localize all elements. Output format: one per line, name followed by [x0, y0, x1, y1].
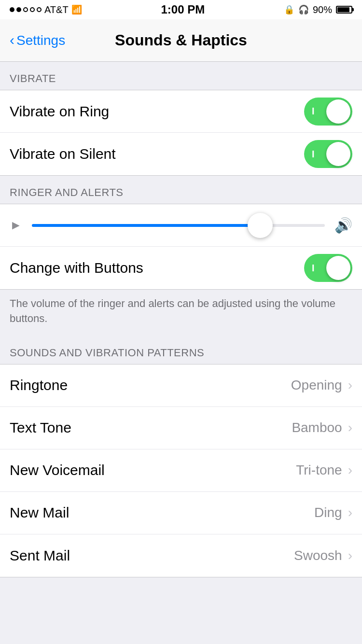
- toggle-knob-2: [326, 142, 350, 166]
- vibrate-on-silent-label: Vibrate on Silent: [10, 146, 116, 162]
- signal-dot-2: [16, 7, 21, 12]
- new-mail-label: New Mail: [10, 504, 69, 521]
- ringer-group: ► 🔊 Change with Buttons I: [0, 204, 362, 290]
- vibrate-on-silent-toggle[interactable]: I: [304, 140, 352, 168]
- status-left: AT&T 📶: [10, 4, 82, 15]
- ringtone-chevron-icon: ›: [348, 378, 352, 393]
- volume-high-icon: 🔊: [334, 217, 352, 234]
- volume-slider-cell: ► 🔊: [0, 204, 362, 247]
- vibrate-section-header: VIBRATE: [0, 62, 362, 90]
- sounds-group: Ringtone Opening › Text Tone Bamboo › Ne…: [0, 364, 362, 577]
- toggle-knob-3: [326, 256, 350, 280]
- sent-mail-value: Swoosh: [294, 548, 342, 563]
- signal-dot-1: [10, 7, 14, 12]
- text-tone-value: Bamboo: [292, 420, 342, 435]
- vibrate-on-ring-toggle[interactable]: I: [304, 98, 352, 126]
- back-label: Settings: [16, 33, 65, 48]
- signal-dot-4: [30, 7, 35, 12]
- new-voicemail-label: New Voicemail: [10, 462, 105, 478]
- vibrate-on-silent-cell: Vibrate on Silent I: [0, 133, 362, 175]
- signal-dot-5: [37, 7, 42, 12]
- toggle-on-label: I: [312, 106, 315, 117]
- text-tone-chevron-icon: ›: [348, 420, 352, 435]
- status-right: 🔒 🎧 90%: [284, 4, 352, 15]
- volume-low-icon: ►: [10, 218, 22, 233]
- new-mail-chevron-icon: ›: [348, 505, 352, 520]
- ringer-footer-note: The volume of the ringer and alerts can …: [0, 290, 362, 336]
- battery-percentage: 90%: [313, 4, 332, 15]
- vibrate-on-ring-label: Vibrate on Ring: [10, 103, 109, 120]
- text-tone-label: Text Tone: [10, 420, 71, 436]
- ringer-section-header: RINGER AND ALERTS: [0, 176, 362, 204]
- vibrate-on-ring-cell: Vibrate on Ring I: [0, 90, 362, 133]
- new-voicemail-chevron-icon: ›: [348, 462, 352, 478]
- headphone-icon: 🎧: [298, 4, 309, 15]
- text-tone-cell[interactable]: Text Tone Bamboo ›: [0, 407, 362, 449]
- toggle-on-label-2: I: [312, 149, 315, 160]
- sent-mail-cell[interactable]: Sent Mail Swoosh ›: [0, 534, 362, 577]
- battery-icon: [336, 6, 352, 14]
- back-button[interactable]: ‹ Settings: [10, 33, 65, 48]
- signal-dot-3: [23, 7, 28, 12]
- new-voicemail-cell[interactable]: New Voicemail Tri-tone ›: [0, 449, 362, 492]
- text-tone-right: Bamboo ›: [292, 420, 352, 435]
- new-mail-right: Ding ›: [314, 505, 352, 520]
- change-with-buttons-label: Change with Buttons: [10, 260, 143, 276]
- page-title: Sounds & Haptics: [115, 31, 247, 49]
- change-with-buttons-toggle[interactable]: I: [304, 254, 352, 282]
- ringtone-cell[interactable]: Ringtone Opening ›: [0, 364, 362, 407]
- sent-mail-label: Sent Mail: [10, 547, 70, 564]
- back-chevron-icon: ‹: [10, 32, 14, 48]
- toggle-on-label-3: I: [312, 263, 315, 274]
- toggle-knob: [326, 99, 350, 124]
- lock-icon: 🔒: [284, 4, 294, 15]
- volume-slider-thumb[interactable]: [248, 213, 273, 238]
- new-mail-cell[interactable]: New Mail Ding ›: [0, 492, 362, 534]
- new-mail-value: Ding: [314, 505, 342, 520]
- new-voicemail-value: Tri-tone: [296, 462, 342, 478]
- new-voicemail-right: Tri-tone ›: [296, 462, 352, 478]
- nav-bar: ‹ Settings Sounds & Haptics: [0, 19, 362, 62]
- volume-slider-track[interactable]: [32, 224, 325, 227]
- status-time: 1:00 PM: [161, 3, 205, 16]
- status-bar: AT&T 📶 1:00 PM 🔒 🎧 90%: [0, 0, 362, 19]
- sent-mail-right: Swoosh ›: [294, 548, 352, 563]
- volume-slider-fill: [32, 224, 261, 227]
- sent-mail-chevron-icon: ›: [348, 548, 352, 563]
- carrier-label: AT&T: [44, 4, 69, 15]
- change-with-buttons-cell: Change with Buttons I: [0, 247, 362, 289]
- signal-dots: [10, 7, 42, 12]
- ringtone-value: Opening: [291, 378, 342, 393]
- sounds-section-header: SOUNDS AND VIBRATION PATTERNS: [0, 336, 362, 364]
- ringtone-label: Ringtone: [10, 377, 68, 393]
- wifi-icon: 📶: [71, 4, 82, 15]
- ringtone-right: Opening ›: [291, 378, 352, 393]
- vibrate-group: Vibrate on Ring I Vibrate on Silent I: [0, 90, 362, 176]
